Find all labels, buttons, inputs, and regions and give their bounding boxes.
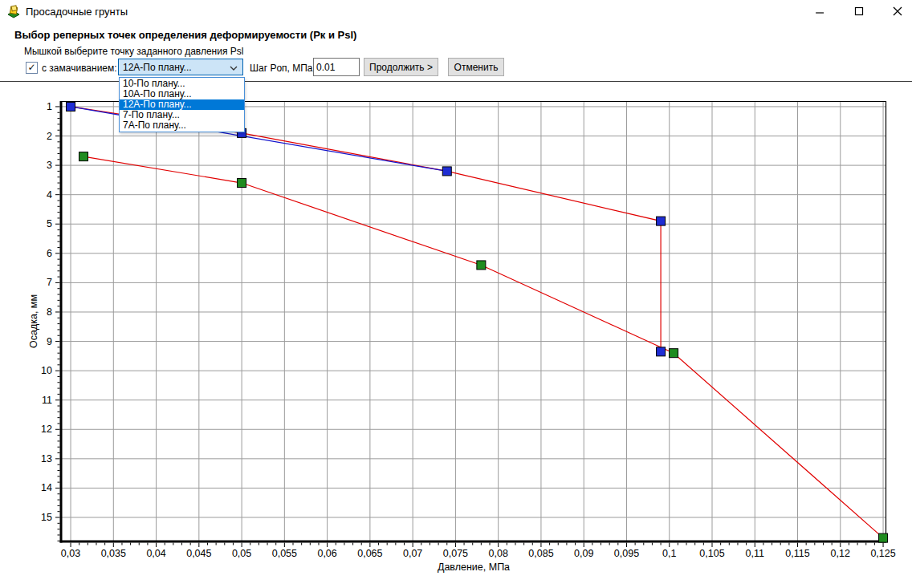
x-tick-label: 0,11 [746,548,764,559]
y-tick-label: 1 [47,101,52,112]
x-tick-label: 0,125 [870,548,895,559]
chart-plot-area[interactable] [61,101,886,541]
x-tick-label: 0,035 [101,548,126,559]
y-tick-label: 5 [47,218,52,229]
x-tick-label: 0,04 [146,548,165,559]
y-tick-label: 15 [41,512,52,523]
y-axis-label: Осадка, мм [28,294,39,348]
y-tick-label: 8 [47,306,52,318]
test-select-dropdown[interactable]: 10-По плану...10А-По плану...12А-По план… [119,77,245,132]
x-tick-label: 0,115 [785,548,809,559]
y-tick-label: 13 [41,453,52,464]
x-tick-label: 0,095 [614,548,639,559]
x-tick-label: 0,1 [662,548,676,559]
y-tick-label: 9 [47,336,52,347]
x-tick-label: 0,03 [61,548,80,559]
y-tick-label: 6 [47,248,52,259]
x-tick-label: 0,075 [443,548,468,559]
y-tick-label: 2 [47,131,52,142]
y-tick-label: 10 [41,365,52,376]
y-tick-label: 11 [42,395,52,406]
y-tick-label: 3 [47,160,52,171]
dropdown-option[interactable]: 7А-По плану... [120,120,244,131]
x-tick-label: 0,12 [831,548,850,559]
x-axis-label: Давление, МПа [438,562,510,573]
y-tick-label: 12 [41,424,52,435]
x-tick-label: 0,085 [528,548,553,559]
x-tick-label: 0,09 [574,548,593,559]
x-tick-label: 0,045 [186,548,211,559]
x-tick-label: 0,065 [357,548,382,559]
x-tick-label: 0,08 [489,548,508,559]
y-tick-label: 14 [41,482,52,493]
x-tick-label: 0,055 [272,548,297,559]
y-tick-label: 7 [47,277,52,288]
x-tick-label: 0,105 [699,548,724,559]
x-tick-label: 0,05 [232,548,251,559]
x-tick-label: 0,06 [317,548,336,559]
y-tick-label: 4 [47,189,52,201]
x-tick-label: 0,07 [403,548,422,559]
